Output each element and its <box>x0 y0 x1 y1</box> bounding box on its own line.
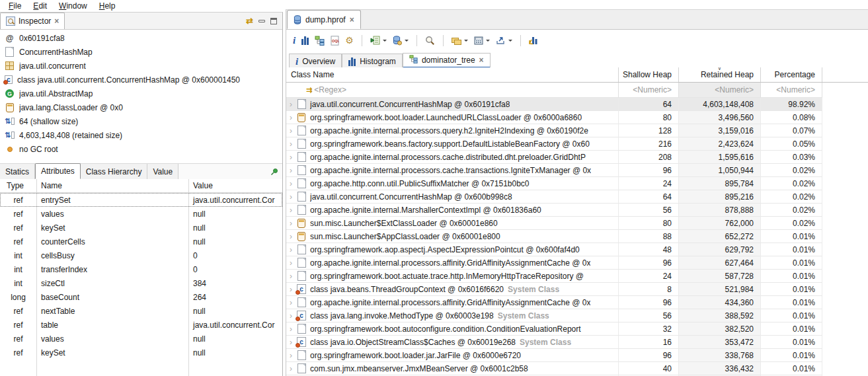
group-by-icon[interactable] <box>452 36 468 45</box>
expand-chevron-icon[interactable]: › <box>286 100 296 109</box>
settings-gear-icon[interactable]: ⚙ <box>345 35 354 46</box>
expand-chevron-icon[interactable]: › <box>286 338 296 347</box>
expand-chevron-icon[interactable]: › <box>286 311 296 320</box>
dominator-row[interactable]: ›class java.lang.invoke.MethodType @ 0x6… <box>286 309 868 322</box>
info-icon[interactable]: i <box>293 35 296 46</box>
attribute-row[interactable]: reftablejava.util.concurrent.Cor <box>0 318 282 332</box>
numeric-filter[interactable]: <Numeric> <box>619 83 679 98</box>
tab-class-hierarchy[interactable]: Class Hierarchy <box>81 164 148 179</box>
dominator-row[interactable]: ›sun.misc.Launcher$ExtClassLoader @ 0x60… <box>286 217 868 230</box>
minimize-icon[interactable] <box>258 20 265 22</box>
numeric-filter[interactable]: <Numeric> <box>679 83 761 98</box>
inspector-item[interactable]: ConcurrentHashMap <box>0 45 282 59</box>
close-icon[interactable]: × <box>54 17 59 26</box>
expand-chevron-icon[interactable]: › <box>286 232 296 241</box>
close-icon[interactable]: × <box>350 15 354 24</box>
attribute-row[interactable]: refkeySetnull <box>0 221 282 235</box>
inspector-item[interactable]: 0x60191cfa8 <box>0 31 282 45</box>
calculator-icon[interactable] <box>474 36 490 45</box>
numeric-filter[interactable]: <Numeric> <box>761 83 822 98</box>
expand-chevron-icon[interactable]: › <box>286 298 296 307</box>
dominator-row[interactable]: ›org.apache.ignite.internal.processors.c… <box>286 164 868 177</box>
col-name[interactable]: Name <box>36 181 188 190</box>
expand-chevron-icon[interactable]: › <box>286 219 296 228</box>
dominator-row[interactable]: ›org.apache.ignite.internal.processors.c… <box>286 151 868 164</box>
col-retained-heap[interactable]: ∨Retained Heap <box>679 67 761 82</box>
dominator-row[interactable]: ›class java.io.ObjectStreamClass$Caches … <box>286 336 868 349</box>
col-value[interactable]: Value <box>188 181 282 190</box>
inspector-item[interactable]: java.lang.ClassLoader @ 0x0 <box>0 100 282 114</box>
attribute-row[interactable]: refvaluesnull <box>0 332 282 346</box>
dropdown-arrow[interactable] <box>405 40 409 44</box>
dominator-row[interactable]: ›org.springframework.boot.loader.Launche… <box>286 111 868 124</box>
expand-chevron-icon[interactable]: › <box>286 126 296 135</box>
menu-edit[interactable]: Edit <box>27 1 53 11</box>
attribute-row[interactable]: refnextTablenull <box>0 304 282 318</box>
inspector-item[interactable]: class java.util.concurrent.ConcurrentHas… <box>0 73 282 87</box>
inspector-item[interactable]: 4,603,148,408 (retained size) <box>0 128 282 142</box>
expand-chevron-icon[interactable]: › <box>286 139 296 149</box>
dominator-row[interactable]: ›org.apache.http.conn.util.PublicSuffixM… <box>286 177 868 190</box>
attribute-row[interactable]: refvaluesnull <box>0 207 282 221</box>
search-icon[interactable] <box>425 36 435 46</box>
tab-dump-hprof[interactable]: dump.hprof × <box>287 10 361 29</box>
histogram-icon[interactable] <box>301 36 309 45</box>
dominator-tree-icon[interactable] <box>315 36 325 46</box>
dropdown-arrow[interactable] <box>486 40 490 44</box>
pin-icon[interactable] <box>270 168 278 176</box>
col-shallow-heap[interactable]: Shallow Heap <box>619 67 679 82</box>
expand-chevron-icon[interactable]: › <box>286 272 296 281</box>
dominator-row[interactable]: ›sun.misc.Launcher$AppClassLoader @ 0x60… <box>286 230 868 243</box>
expand-chevron-icon[interactable]: › <box>286 285 296 294</box>
dominator-row[interactable]: ›org.springframework.boot.loader.jar.Jar… <box>286 349 868 362</box>
expand-chevron-icon[interactable]: › <box>286 364 296 373</box>
dominator-row[interactable]: ›org.apache.ignite.internal.MarshallerCo… <box>286 204 868 217</box>
col-percentage[interactable]: Percentage <box>761 67 822 82</box>
tab-inspector[interactable]: Inspector × <box>0 13 65 29</box>
tab-dominator_tree[interactable]: dominator_tree× <box>403 53 491 69</box>
dominator-row[interactable]: ›org.apache.ignite.internal.processors.q… <box>286 124 868 137</box>
dominator-row[interactable]: ›org.springframework.aop.aspectj.AspectJ… <box>286 243 868 256</box>
tab-overview[interactable]: iOverview <box>289 54 342 69</box>
attribute-row[interactable]: refkeySetnull <box>0 346 282 359</box>
attribute-row[interactable]: inttransferIndex0 <box>0 262 282 276</box>
inspector-item[interactable]: java.util.concurrent <box>0 59 282 73</box>
tab-value[interactable]: Value <box>147 164 178 179</box>
tab-attributes[interactable]: Attributes <box>35 163 81 179</box>
dominator-row[interactable]: ›org.springframework.beans.factory.suppo… <box>286 137 868 151</box>
oql-icon[interactable]: OQL <box>331 36 339 46</box>
expand-chevron-icon[interactable]: › <box>286 179 296 188</box>
maximize-icon[interactable] <box>270 18 277 24</box>
attribute-row[interactable]: refentrySetjava.util.concurrent.Cor <box>0 193 282 207</box>
expand-chevron-icon[interactable]: › <box>286 245 296 254</box>
expand-chevron-icon[interactable]: › <box>286 166 296 175</box>
dominator-row[interactable]: ›java.util.concurrent.ConcurrentHashMap … <box>286 98 868 111</box>
sync-icon[interactable]: ⇄ <box>246 16 253 26</box>
dominator-row[interactable]: ›com.sun.jmx.mbeanserver.JmxMBeanServer … <box>286 362 868 375</box>
dominator-row[interactable]: ›org.springframework.boot.actuate.trace.… <box>286 270 868 283</box>
expand-chevron-icon[interactable]: › <box>286 206 296 215</box>
dominator-row[interactable]: ›org.apache.ignite.internal.processors.a… <box>286 256 868 270</box>
attribute-row[interactable]: intcellsBusy0 <box>0 248 282 262</box>
export-icon[interactable] <box>496 36 512 45</box>
dominator-row[interactable]: ›java.util.concurrent.ConcurrentHashMap … <box>286 190 868 204</box>
menu-window[interactable]: Window <box>53 1 93 11</box>
expand-chevron-icon[interactable]: › <box>286 324 296 334</box>
expand-chevron-icon[interactable]: › <box>286 153 296 162</box>
dominator-row[interactable]: ›org.springframework.boot.autoconfigure.… <box>286 322 868 336</box>
dropdown-arrow[interactable] <box>383 40 387 44</box>
dominator-row[interactable]: ›org.apache.ignite.internal.processors.a… <box>286 296 868 309</box>
dropdown-arrow[interactable] <box>464 40 468 44</box>
inspector-item[interactable]: 64 (shallow size) <box>0 114 282 128</box>
attribute-row[interactable]: longbaseCount264 <box>0 290 282 304</box>
compare-icon[interactable] <box>529 36 538 45</box>
heap-actions-icon[interactable] <box>393 36 409 46</box>
menu-help[interactable]: Help <box>93 1 122 11</box>
attribute-row[interactable]: intsizeCtl384 <box>0 276 282 290</box>
inspector-item[interactable]: java.util.AbstractMap <box>0 87 282 100</box>
run-expression-icon[interactable] <box>370 36 387 45</box>
col-type[interactable]: Type <box>0 181 36 190</box>
close-icon[interactable]: × <box>479 56 484 65</box>
expand-chevron-icon[interactable]: › <box>286 192 296 202</box>
menu-file[interactable]: File <box>3 1 27 11</box>
